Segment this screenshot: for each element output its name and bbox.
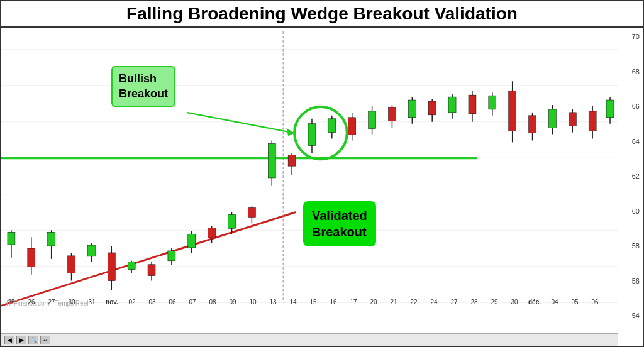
y-label-64: 64 [619, 138, 641, 145]
svg-rect-46 [348, 118, 356, 135]
svg-rect-50 [388, 107, 396, 121]
svg-rect-44 [328, 119, 336, 133]
y-label-60: 60 [619, 207, 641, 215]
x-label: 09 [229, 299, 236, 306]
x-label: 22 [410, 299, 417, 306]
svg-rect-20 [87, 245, 95, 256]
svg-rect-14 [28, 248, 35, 267]
x-label: 31 [88, 299, 95, 306]
svg-rect-48 [369, 111, 376, 129]
svg-rect-56 [448, 97, 456, 113]
x-label: 30 [68, 299, 75, 306]
svg-rect-38 [268, 143, 275, 178]
x-label: 26 [28, 299, 35, 306]
x-label: 03 [148, 299, 155, 306]
svg-rect-24 [128, 262, 135, 270]
chart-container: Falling Broadening Wedge Breakout Valida… [0, 0, 644, 347]
y-label-56: 56 [619, 277, 641, 285]
svg-rect-28 [168, 251, 175, 261]
x-label: 04 [551, 299, 558, 306]
x-label: 29 [491, 299, 497, 306]
svg-rect-18 [68, 256, 75, 273]
x-label: nov. [106, 299, 118, 306]
x-label: 08 [209, 299, 216, 306]
svg-rect-30 [188, 234, 196, 248]
svg-rect-64 [529, 116, 536, 133]
x-label: 05 [571, 299, 578, 306]
y-axis: 70 68 66 64 62 60 58 56 54 [618, 31, 643, 321]
validated-breakout-label: Validated Breakout [303, 201, 376, 246]
y-label-62: 62 [619, 172, 641, 180]
x-label: 27 [450, 299, 457, 306]
svg-rect-34 [228, 214, 236, 228]
x-label: 07 [189, 299, 196, 306]
svg-rect-72 [606, 100, 614, 118]
y-label-54: 54 [619, 312, 641, 319]
svg-rect-16 [48, 232, 55, 246]
x-label: 28 [470, 299, 477, 306]
svg-rect-68 [569, 113, 576, 126]
svg-rect-70 [589, 111, 596, 131]
x-label: 21 [390, 299, 397, 306]
toolbar-btn-2[interactable]: ▶ [16, 336, 26, 344]
svg-rect-52 [408, 100, 416, 118]
svg-rect-58 [469, 95, 476, 114]
candlestick-chart [1, 31, 618, 321]
y-label-68: 68 [619, 68, 641, 75]
svg-rect-60 [489, 96, 496, 109]
x-axis-labels: 25 26 27 30 31 nov. 02 03 06 07 08 09 10… [1, 295, 592, 308]
svg-rect-36 [248, 208, 255, 218]
toolbar-btn-zoom[interactable]: 🔍 [28, 336, 38, 344]
bullish-breakout-label: Bullish Breakout [111, 66, 175, 107]
x-label: 06 [591, 299, 598, 306]
svg-rect-66 [548, 109, 556, 128]
y-label-66: 66 [619, 102, 641, 110]
x-label: 17 [350, 299, 357, 306]
toolbar-btn-scroll[interactable]: ↔ [40, 336, 50, 344]
toolbar-btn-1[interactable]: ◀ [4, 336, 14, 344]
x-label: 27 [48, 299, 55, 306]
x-label: 13 [269, 299, 276, 306]
chart-title: Falling Broadening Wedge Breakout Valida… [1, 1, 643, 28]
x-label: 25 [8, 299, 14, 306]
svg-rect-12 [8, 232, 15, 245]
bottom-toolbar: ◀ ▶ 🔍 ↔ [1, 333, 618, 346]
x-label: 30 [511, 299, 518, 306]
svg-rect-42 [308, 124, 316, 146]
svg-rect-32 [208, 228, 216, 238]
x-label: 02 [128, 299, 135, 306]
svg-rect-26 [148, 265, 155, 276]
x-label: 10 [249, 299, 256, 306]
svg-rect-22 [108, 253, 115, 281]
x-label: 16 [330, 299, 336, 306]
svg-line-9 [1, 212, 296, 306]
x-label: 14 [289, 299, 296, 306]
x-label: déc. [528, 299, 541, 306]
x-label: 20 [370, 299, 377, 306]
y-label-58: 58 [619, 242, 641, 250]
svg-rect-62 [509, 91, 516, 131]
svg-rect-40 [288, 155, 296, 166]
x-label: 15 [309, 299, 316, 306]
y-label-70: 70 [619, 33, 641, 40]
svg-rect-54 [428, 101, 436, 115]
chart-area: Bullish Breakout Validated Breakout IT-F… [1, 31, 618, 321]
x-label: 24 [430, 299, 437, 306]
svg-point-73 [294, 107, 347, 159]
x-label: 06 [169, 299, 175, 306]
